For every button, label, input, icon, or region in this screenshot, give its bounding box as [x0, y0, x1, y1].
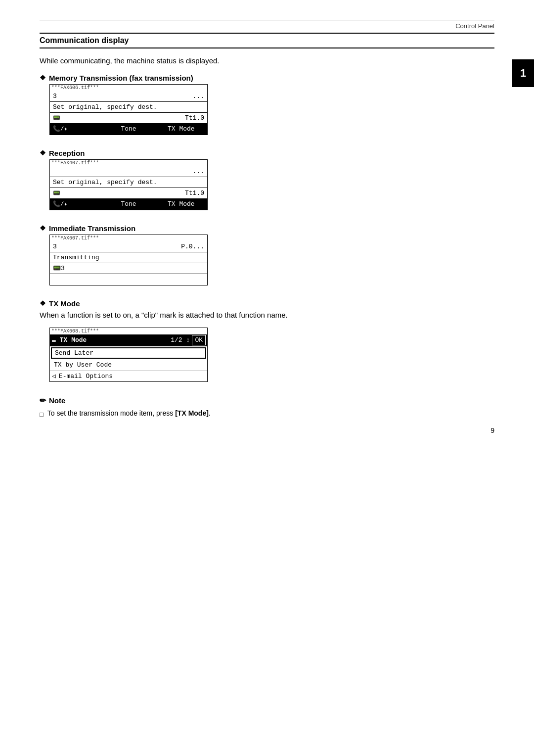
imm-row4: [50, 274, 207, 285]
tx-header-arrows: ↕: [184, 335, 192, 345]
fax-rec-row4: 📞/✦ Tone TX Mode: [50, 199, 207, 210]
imm-cell-icon: 📟3: [50, 263, 207, 273]
note-text-1: To set the transmission mode item, press…: [47, 408, 211, 419]
section-title-bar: Communication display: [40, 33, 494, 48]
imm-row2: Transmitting: [50, 252, 207, 263]
note-pencil-icon: ✏: [40, 396, 46, 405]
tx-email-icon: ◁: [50, 371, 58, 381]
imm-cell-transmitting: Transmitting: [50, 253, 207, 262]
imm-screen: ***FAX607.tif*** 3 P.0... Transmitting 📟…: [49, 235, 208, 285]
page-container: Control Panel 1 Communication display Wh…: [0, 0, 534, 449]
subsection-title-memory: ❖ Memory Transmission (fax transmission): [40, 74, 494, 82]
subsection-label-reception: Reception: [49, 149, 85, 157]
fax-screen-memory: ***FAX606.tif*** 3 ... Set original, spe…: [49, 84, 208, 135]
screen-txmode: ***FAX608.tif*** ▬ TX Mode 1/2 ↕ OK Send…: [40, 328, 494, 385]
diamond-bullet-immediate: ❖: [40, 224, 46, 232]
imm-cell-p: P.0...: [129, 242, 207, 251]
fax-cell-txmode: TX Mode: [155, 124, 207, 134]
subsection-title-immediate: ❖ Immediate Transmission: [40, 224, 494, 233]
fax-row-2: Set original, specify dest.: [50, 102, 207, 113]
fax-rec-tone: Tone: [102, 199, 155, 209]
tx-screen: ***FAX608.tif*** ▬ TX Mode 1/2 ↕ OK Send…: [49, 328, 208, 382]
note-tx-mode-bold: [TX Mode]: [175, 409, 209, 417]
screen-memory: ***FAX606.tif*** 3 ... Set original, spe…: [40, 84, 494, 138]
fax-row-3: 📟 Tt1.0: [50, 113, 207, 124]
diamond-bullet-memory: ❖: [40, 74, 46, 82]
fax-rec-row1: ...: [50, 166, 207, 177]
subsection-txmode: ❖ TX Mode When a function is set to on, …: [40, 299, 494, 385]
top-rule: [40, 20, 494, 20]
tx-row-user-code: TX by User Code: [50, 360, 207, 371]
fax-cell-set: Set original, specify dest.: [50, 102, 207, 112]
tx-header-ok: OK: [192, 335, 206, 345]
subsection-memory-transmission: ❖ Memory Transmission (fax transmission)…: [40, 74, 494, 138]
fax-rec-tt: Tt1.0: [129, 189, 207, 198]
imm-row3: 📟3: [50, 263, 207, 274]
subsection-label-txmode: TX Mode: [49, 299, 80, 308]
tx-row-send-later: Send Later: [51, 347, 206, 359]
fax-cell-dots: ...: [129, 92, 207, 101]
subsection-immediate: ❖ Immediate Transmission ***FAX607.tif**…: [40, 224, 494, 288]
fax-filename-memory: ***FAX606.tif***: [50, 85, 207, 91]
header-label: Control Panel: [40, 22, 494, 30]
subsection-reception: ❖ Reception ***FAX407.tif*** ... Set ori…: [40, 149, 494, 213]
imm-filename: ***FAX607.tif***: [50, 235, 207, 241]
fax-screen-reception: ***FAX407.tif*** ... Set original, speci…: [49, 159, 208, 210]
note-label: Note: [49, 396, 65, 405]
screen-immediate: ***FAX607.tif*** 3 P.0... Transmitting 📟…: [40, 235, 494, 288]
screen-reception: ***FAX407.tif*** ... Set original, speci…: [40, 159, 494, 213]
subsection-title-txmode: ❖ TX Mode: [40, 299, 494, 308]
txmode-body-text: When a function is set to on, a "clip" m…: [40, 310, 494, 321]
fax-cell-icon2: 📞/✦: [50, 124, 102, 134]
subsection-label-memory: Memory Transmission (fax transmission): [49, 74, 193, 82]
section-title: Communication display: [40, 36, 129, 45]
diamond-bullet-txmode: ❖: [40, 299, 46, 307]
fax-rec-icon2: 📞/✦: [50, 199, 102, 209]
note-checkbox-icon: □: [40, 410, 44, 420]
chapter-tab: 1: [512, 59, 534, 87]
fax-rec-icon1: 📟: [50, 189, 129, 198]
note-item-1: □ To set the transmission mode item, pre…: [40, 408, 494, 420]
note-title: ✏ Note: [40, 396, 494, 405]
fax-cell-tone: Tone: [102, 124, 155, 134]
tx-row-email: ◁ E-mail Options: [50, 371, 207, 381]
imm-cell-empty: [50, 275, 207, 284]
tx-send-later-label: Send Later: [52, 348, 96, 358]
tx-user-code-label: TX by User Code: [50, 360, 116, 370]
fax-rec-row3: 📟 Tt1.0: [50, 188, 207, 199]
fax-cell-tt: Tt1.0: [129, 113, 207, 123]
fax-row-1: 3 ...: [50, 91, 207, 102]
tx-header-page: 1/2: [169, 335, 184, 345]
intro-text: While communicating, the machine status …: [40, 55, 494, 67]
fax-rec-cell1: [50, 167, 129, 176]
page-number: 9: [490, 426, 494, 434]
fax-cell-num: 3: [50, 92, 129, 101]
tx-filename: ***FAX608.tif***: [50, 328, 207, 334]
fax-rec-dots: ...: [129, 167, 207, 176]
subsection-title-reception: ❖ Reception: [40, 149, 494, 157]
fax-cell-icon1: 📟: [50, 113, 129, 123]
fax-row-4: 📞/✦ Tone TX Mode: [50, 124, 207, 135]
tx-header-icon: ▬: [50, 335, 58, 345]
fax-filename-reception: ***FAX407.tif***: [50, 160, 207, 166]
fax-rec-cell2: Set original, specify dest.: [50, 178, 207, 187]
imm-row1: 3 P.0...: [50, 241, 207, 252]
fax-rec-txmode: TX Mode: [155, 199, 207, 209]
note-section: ✏ Note □ To set the transmission mode it…: [40, 396, 494, 420]
subsection-label-immediate: Immediate Transmission: [49, 224, 135, 233]
tx-header-row: ▬ TX Mode 1/2 ↕ OK: [50, 334, 207, 346]
diamond-bullet-reception: ❖: [40, 149, 46, 157]
imm-cell-num: 3: [50, 242, 129, 251]
tx-header-text: TX Mode: [58, 335, 169, 345]
tx-email-label: E-mail Options: [58, 372, 114, 381]
fax-rec-row2: Set original, specify dest.: [50, 177, 207, 188]
